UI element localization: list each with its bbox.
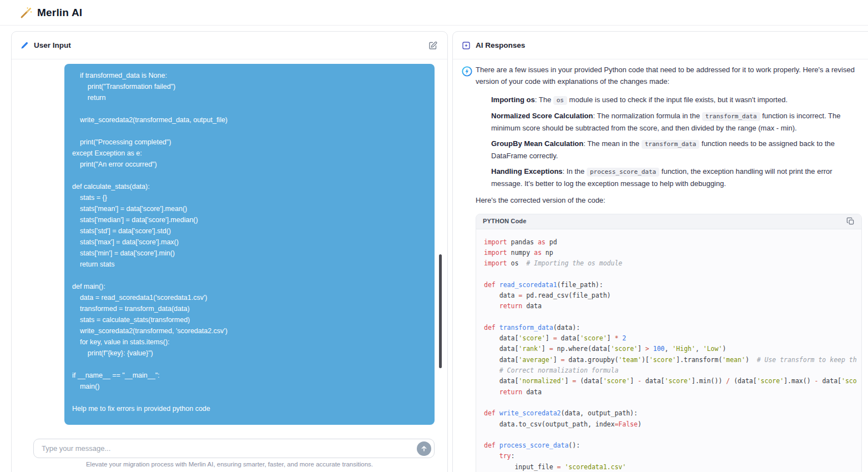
- code-line: [484, 398, 861, 408]
- user-input-title: User Input: [34, 41, 71, 49]
- copy-icon: [846, 217, 855, 225]
- code-line: data['score'] = data['score'] * 2: [484, 333, 861, 344]
- arrow-up-icon: [421, 445, 427, 452]
- code-line: [484, 312, 861, 323]
- ai-responses-title: AI Responses: [476, 41, 525, 49]
- footer-note: Elevate your migration process with Merl…: [12, 461, 447, 468]
- ai-outro-paragraph: Here's the corrected version of the code…: [476, 195, 862, 207]
- issue-label: Handling Exceptions: [491, 167, 563, 175]
- code-line: import pandas as pd: [484, 237, 861, 248]
- code-line: def process_score_data():: [484, 440, 861, 451]
- code-line: data['normalized'] = (data['score'] - da…: [484, 376, 861, 386]
- code-line: [484, 269, 861, 279]
- copy-code-button[interactable]: [845, 216, 856, 227]
- code-line: def read_scoredata1(file_path):: [484, 280, 861, 290]
- issue-label: GroupBy Mean Calculation: [491, 139, 583, 148]
- inline-code: transform_data: [702, 112, 760, 121]
- code-line: def write_scoredata2(data, output_path):: [484, 408, 861, 419]
- code-line: import os # Importing the os module: [484, 258, 861, 269]
- code-line: import numpy as np: [484, 248, 861, 258]
- code-line: data['rank'] = np.where(data['score'] > …: [484, 344, 861, 354]
- code-language-label: PYTHON Code: [483, 215, 527, 227]
- issue-label: Normalized Score Calculation: [491, 112, 593, 120]
- message-input[interactable]: [42, 444, 412, 453]
- code-line: [484, 430, 861, 440]
- user-message-bubble: if transformed_data is None: print("Tran…: [64, 64, 435, 425]
- issue-item: Importing os: The os module is used to c…: [491, 94, 862, 106]
- send-button[interactable]: [417, 441, 431, 456]
- ai-message-row: There are a few issues in your provided …: [453, 59, 868, 472]
- inline-code: os: [553, 96, 567, 105]
- code-line: data.to_csv(output_path, index=False): [484, 419, 861, 430]
- compose-button[interactable]: [427, 40, 438, 51]
- ai-chat-icon: [462, 41, 471, 50]
- code-line: input_file = 'scoredata1.csv': [484, 462, 861, 472]
- ai-intro-paragraph: There are a few issues in your provided …: [476, 64, 862, 87]
- ai-responses-panel-header: AI Responses: [453, 32, 868, 59]
- compose-icon: [428, 41, 437, 50]
- issue-label: Importing os: [491, 96, 535, 104]
- user-input-panel-header: User Input: [12, 32, 447, 59]
- code-line: # Correct normalization formula: [484, 365, 861, 376]
- code-block-header: PYTHON Code: [476, 214, 861, 229]
- issue-item: Handling Exceptions: In the process_scor…: [491, 165, 862, 189]
- app-title: Merlin AI: [37, 7, 82, 19]
- code-line: data = pd.read_csv(file_path): [484, 290, 861, 301]
- code-lines: import pandas as pdimport numpy as npimp…: [476, 229, 861, 472]
- magic-wand-icon: [20, 7, 32, 19]
- code-line: try:: [484, 451, 861, 461]
- user-input-panel: User Input if transformed_data is None: …: [11, 31, 448, 472]
- code-block: PYTHON Code import pandas as pdimport nu…: [476, 214, 862, 472]
- code-line: return data: [484, 387, 861, 398]
- issue-list: Importing os: The os module is used to c…: [476, 94, 862, 189]
- merlin-avatar-icon: [462, 66, 472, 472]
- issue-item: GroupBy Mean Calculation: The mean in th…: [491, 138, 862, 162]
- issue-item: Normalized Score Calculation: The normal…: [491, 110, 862, 134]
- chat-scrollbar-thumb[interactable]: [439, 254, 442, 368]
- code-line: data['average'] = data.groupby('team')['…: [484, 355, 861, 365]
- pencil-icon: [21, 41, 29, 49]
- ai-responses-panel: AI Responses There are a few issues in y…: [452, 31, 868, 472]
- topbar: Merlin AI: [0, 0, 868, 26]
- code-line: return data: [484, 301, 861, 312]
- inline-code: process_score_data: [587, 168, 659, 177]
- code-line: def transform_data(data):: [484, 323, 861, 333]
- inline-code: transform_data: [642, 140, 700, 149]
- message-composer: [33, 439, 435, 458]
- ai-message-body: There are a few issues in your provided …: [476, 64, 868, 472]
